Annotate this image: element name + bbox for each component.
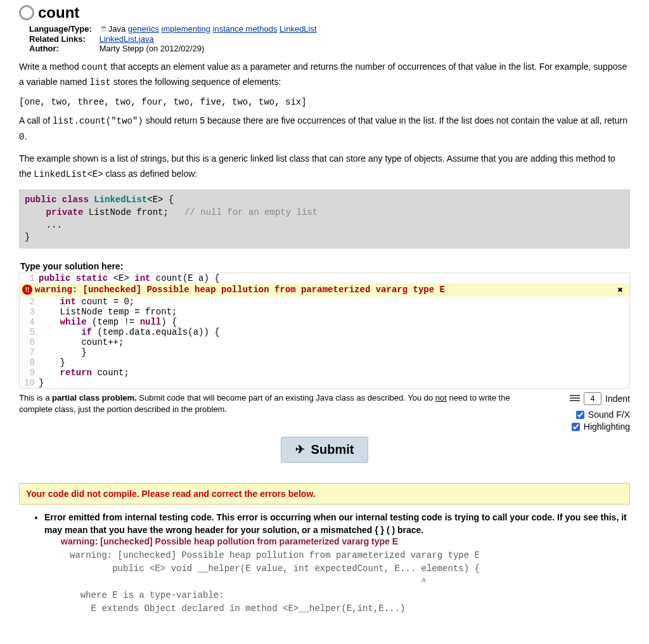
meta-link[interactable]: generics (128, 24, 159, 34)
editor-line[interactable]: 10} (20, 378, 629, 388)
line-code[interactable]: while (temp != null) { (39, 317, 629, 327)
class-definition: public class LinkedList<E> { private Lis… (19, 190, 630, 248)
line-number: 3 (20, 307, 39, 317)
title-text: count (38, 4, 79, 22)
editor-line[interactable]: 7 } (20, 347, 629, 357)
editor-line[interactable]: 5 if (temp.data.equals(a)) { (20, 327, 629, 337)
meta-link[interactable]: LinkedList (280, 24, 317, 34)
warning-icon: !! (22, 285, 32, 295)
line-number: 6 (20, 337, 39, 347)
partial-class-note: This is a partial class problem. Submit … (19, 392, 541, 433)
line-code[interactable]: public static <E> int count(E a) { (39, 273, 629, 283)
error-list: Error emitted from internal testing code… (19, 511, 630, 616)
meta-link[interactable]: implementing (162, 24, 210, 34)
editor-warning-text: warning: [unchecked] Possible heap pollu… (35, 285, 445, 295)
compile-error-banner: Your code did not compile. Please read a… (19, 483, 630, 505)
editor-line[interactable]: 3 ListNode temp = front; (20, 307, 629, 317)
solution-label: Type your solution here: (20, 261, 630, 271)
submit-button[interactable]: ✈ Submit (281, 437, 369, 463)
line-number: 1 (20, 273, 39, 283)
meta-value: Marty Stepp (on 2012/02/29) (98, 44, 318, 53)
line-number: 5 (20, 327, 39, 337)
close-icon[interactable]: ✖ (615, 285, 626, 295)
meta-value: LinkedList.java (98, 34, 318, 44)
indent-input[interactable] (584, 392, 601, 405)
editor-line[interactable]: 2 int count = 0; (20, 297, 629, 307)
meta-link[interactable]: instance methods (213, 24, 278, 34)
editor-warning-row: !!warning: [unchecked] Possible heap pol… (20, 283, 629, 297)
rocket-icon: ✈ (295, 442, 305, 456)
java-icon (100, 25, 107, 34)
line-code[interactable]: } (39, 347, 629, 357)
line-code[interactable]: return count; (39, 368, 629, 378)
line-number: 4 (20, 317, 39, 327)
line-code[interactable]: int count = 0; (39, 297, 629, 307)
submit-label: Submit (311, 442, 354, 457)
line-number: 9 (20, 368, 39, 378)
line-code[interactable]: } (39, 378, 629, 388)
line-code[interactable]: if (temp.data.equals(a)) { (39, 327, 629, 337)
line-number: 10 (20, 378, 39, 388)
meta-label: Author: (28, 44, 98, 53)
line-code[interactable]: count++; (39, 337, 629, 347)
editor-line[interactable]: 1public static <E> int count(E a) { (20, 273, 629, 283)
description-p1: Write a method count that accepts an ele… (19, 60, 630, 91)
line-number: 8 (20, 357, 39, 368)
line-number: 2 (20, 297, 39, 307)
meta-label: Related Links: (28, 34, 98, 44)
example-sequence: [one, two, three, two, four, two, five, … (19, 97, 630, 107)
description-p2: A call of list.count("two") should retur… (19, 113, 630, 145)
line-number: 7 (20, 347, 39, 357)
editor-line[interactable]: 6 count++; (20, 337, 629, 347)
metadata-table: Language/Type:Java generics implementing… (28, 24, 318, 53)
meta-link[interactable]: LinkedList.java (100, 34, 154, 44)
sound-fx-checkbox[interactable]: Sound F/X (554, 409, 630, 421)
page-title: count (19, 4, 630, 22)
line-code[interactable]: ListNode temp = front; (39, 307, 629, 317)
indent-label: Indent (605, 394, 630, 404)
error-item: Error emitted from internal testing code… (44, 511, 630, 616)
indent-icon (570, 395, 580, 402)
status-circle-icon (19, 5, 34, 20)
editor-line[interactable]: 9 return count; (20, 368, 629, 378)
code-editor[interactable]: 1public static <E> int count(E a) {!!war… (19, 273, 630, 389)
line-code[interactable]: } (39, 357, 629, 368)
editor-line[interactable]: 8 } (20, 357, 629, 368)
highlighting-checkbox[interactable]: Highlighting (554, 421, 630, 433)
meta-value: Java generics implementing instance meth… (98, 24, 318, 34)
editor-line[interactable]: 4 while (temp != null) { (20, 317, 629, 327)
description-p3: The example shown is a list of strings, … (19, 151, 630, 183)
meta-label: Language/Type: (28, 24, 98, 34)
